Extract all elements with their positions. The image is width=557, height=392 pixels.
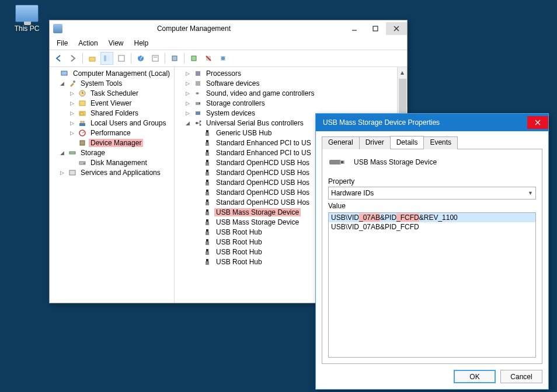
usb-plug-icon — [203, 218, 213, 227]
menu-view[interactable]: View — [104, 38, 128, 48]
close-button[interactable] — [527, 116, 548, 129]
value-row[interactable]: USB\VID_07AB&PID_FCFD&REV_1100 — [329, 213, 535, 222]
tree-task-scheduler[interactable]: Task Scheduler — [89, 89, 140, 97]
tree-item-label[interactable]: Universal Serial Bus controllers — [204, 119, 305, 127]
tree-item-label[interactable]: USB Root Hub — [214, 258, 264, 266]
cm-left-tree[interactable]: Computer Management (Local) ◢System Tool… — [50, 67, 175, 303]
desktop-icon-this-pc[interactable]: This PC — [11, 5, 43, 33]
cm-title: Computer Management — [67, 24, 321, 33]
svg-rect-63 — [206, 219, 208, 222]
value-listbox[interactable]: USB\VID_07AB&PID_FCFD&REV_1100USB\VID_07… — [328, 212, 536, 358]
svg-rect-67 — [206, 239, 208, 242]
tab-driver[interactable]: Driver — [359, 136, 391, 149]
properties-button[interactable] — [115, 52, 128, 65]
expand-icon[interactable]: ▷ — [184, 90, 192, 96]
tree-item-label[interactable]: Standard OpenHCD USB Hos — [214, 188, 311, 197]
menu-file[interactable]: File — [52, 38, 72, 48]
tree-item-label[interactable]: USB Mass Storage Device — [214, 208, 301, 216]
ok-button[interactable]: OK — [454, 370, 496, 383]
tab-details[interactable]: Details — [390, 136, 424, 149]
expand-icon[interactable]: ▷ — [58, 170, 66, 176]
tree-device-manager[interactable]: Device Manager — [89, 139, 143, 147]
tree-shared-folders[interactable]: Shared Folders — [89, 109, 140, 117]
tree-item-label[interactable]: Storage controllers — [204, 99, 267, 107]
tree-item-label[interactable]: USB Root Hub — [214, 228, 264, 236]
svg-rect-31 — [80, 141, 85, 145]
scan-button[interactable] — [168, 52, 181, 65]
tree-item-label[interactable]: System devices — [204, 109, 257, 117]
forward-button[interactable] — [67, 52, 79, 65]
usb-plug-icon — [203, 228, 213, 237]
maximize-button[interactable] — [365, 22, 386, 35]
usb-device-icon — [328, 155, 347, 169]
expand-icon[interactable]: ▷ — [68, 120, 76, 126]
tree-item-label[interactable]: Standard OpenHCD USB Hos — [214, 169, 311, 177]
tree-item-label[interactable]: USB Root Hub — [214, 238, 264, 246]
show-hide-tree-button[interactable] — [100, 52, 113, 65]
update-driver-button[interactable] — [217, 52, 229, 65]
cm-titlebar[interactable]: Computer Management — [50, 20, 407, 37]
expand-icon[interactable]: ▷ — [184, 110, 192, 116]
tree-storage[interactable]: Storage — [79, 149, 107, 157]
tree-item-label[interactable]: Processors — [204, 69, 243, 78]
device-manager-icon — [78, 138, 87, 148]
tree-item-label[interactable]: Standard Enhanced PCI to US — [214, 149, 313, 157]
property-dropdown[interactable]: Hardware IDs ▼ — [328, 187, 536, 200]
tree-event-viewer[interactable]: Event Viewer — [89, 99, 133, 107]
tree-root[interactable]: Computer Management (Local) — [71, 69, 172, 78]
tree-item-label[interactable]: USB Mass Storage Device — [214, 218, 301, 226]
tab-events[interactable]: Events — [423, 136, 458, 149]
svg-point-34 — [83, 163, 85, 164]
tree-performance[interactable]: Performance — [89, 129, 133, 137]
expand-icon[interactable]: ▷ — [68, 100, 76, 106]
tree-item-label[interactable]: Generic USB Hub — [214, 129, 273, 137]
tree-item-label[interactable]: Standard OpenHCD USB Hos — [214, 178, 311, 187]
back-button[interactable] — [52, 52, 65, 65]
expand-icon[interactable]: ◢ — [58, 150, 66, 156]
expand-icon[interactable]: ▷ — [184, 71, 192, 76]
menu-action[interactable]: Action — [74, 38, 102, 48]
expand-icon[interactable]: ◢ — [58, 80, 66, 86]
up-folder-button[interactable] — [86, 52, 99, 65]
tree-item-label[interactable]: Standard OpenHCD USB Hos — [214, 159, 311, 167]
tree-item-label[interactable]: Standard Enhanced PCI to US — [214, 139, 313, 147]
tree-item-label[interactable]: Standard OpenHCD USB Hos — [214, 198, 311, 206]
chevron-down-icon: ▼ — [528, 190, 533, 196]
expand-icon[interactable]: ▷ — [68, 90, 76, 96]
tree-local-users[interactable]: Local Users and Groups — [89, 119, 168, 127]
svg-rect-59 — [206, 200, 208, 202]
value-row[interactable]: USB\VID_07AB&PID_FCFD — [329, 222, 535, 232]
tree-services-apps[interactable]: Services and Applications — [79, 169, 162, 177]
close-button[interactable] — [386, 22, 407, 35]
minimize-button[interactable] — [344, 22, 365, 35]
property-value: Hardware IDs — [331, 189, 374, 197]
cancel-button[interactable]: Cancel — [500, 370, 542, 383]
prop-titlebar[interactable]: USB Mass Storage Device Properties — [316, 114, 548, 131]
tree-item-label[interactable]: Sound, video and game controllers — [204, 89, 316, 97]
expand-icon[interactable]: ▷ — [184, 100, 192, 106]
usb-plug-icon — [203, 237, 213, 247]
expand-icon[interactable]: ▷ — [68, 130, 76, 136]
uninstall-button[interactable] — [202, 52, 215, 65]
tree-disk-management[interactable]: Disk Management — [89, 159, 149, 167]
help-button[interactable]: ? — [134, 52, 147, 65]
svg-rect-58 — [206, 192, 209, 195]
scroll-up-button[interactable]: ▴ — [398, 67, 407, 77]
device-category-icon — [193, 79, 203, 88]
svg-rect-62 — [206, 212, 209, 215]
tree-item-label[interactable]: Software devices — [204, 79, 261, 88]
enable-button[interactable] — [187, 52, 200, 65]
svg-point-26 — [80, 121, 82, 123]
storage-icon — [68, 148, 77, 158]
expand-icon[interactable]: ◢ — [184, 120, 192, 126]
tab-general[interactable]: General — [322, 136, 360, 149]
expand-icon[interactable]: ▷ — [68, 110, 76, 116]
tree-system-tools[interactable]: System Tools — [79, 79, 124, 88]
expand-icon[interactable]: ▷ — [184, 80, 192, 86]
menu-help[interactable]: Help — [130, 38, 154, 48]
tree-item-label[interactable]: USB Root Hub — [214, 248, 264, 256]
cm-toolbar: ? — [50, 50, 407, 67]
props-button2[interactable] — [149, 52, 162, 65]
svg-rect-35 — [69, 170, 75, 175]
svg-point-19 — [73, 80, 75, 83]
